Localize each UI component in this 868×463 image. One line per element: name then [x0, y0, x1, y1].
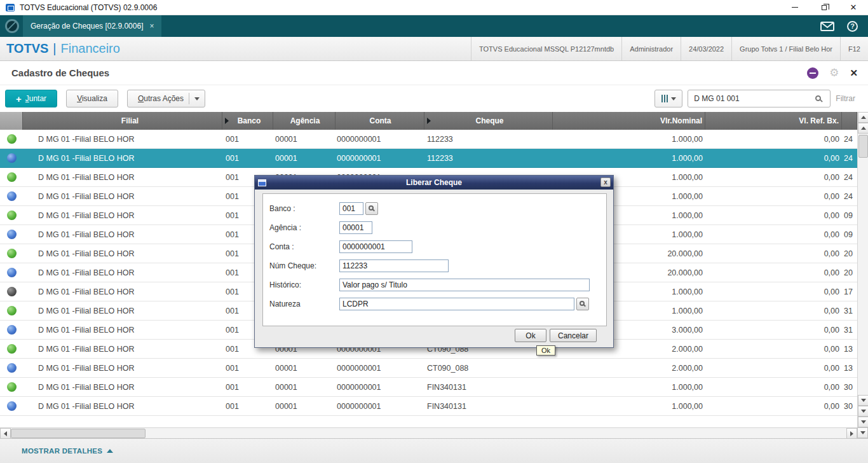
tab-geracao-de-cheques[interactable]: Geração de Cheques [02.9.0006] ×: [23, 15, 161, 37]
cell-banco: 001: [222, 359, 273, 377]
header-conta[interactable]: Conta: [336, 112, 424, 130]
table-row[interactable]: D MG 01 -Filial BELO HOR 001 00001 00000…: [0, 397, 857, 416]
scroll-down-button[interactable]: [858, 395, 868, 406]
horizontal-scrollbar-thumb[interactable]: [11, 429, 146, 438]
sort-indicator-icon: [427, 118, 431, 124]
environment-label: TOTVS Educacional MSSQL P12127mntdb: [471, 37, 621, 60]
dialog-form-panel: Banco : Agência : Conta : Núm Cheque: Hi…: [262, 193, 607, 326]
agencia-field[interactable]: [339, 221, 372, 234]
search-input[interactable]: [688, 90, 830, 107]
scroll-up-page-button[interactable]: [858, 123, 868, 134]
restore-button[interactable]: [810, 0, 839, 15]
natureza-field[interactable]: [339, 298, 574, 310]
outras-acoes-button[interactable]: Outras Ações: [127, 90, 205, 107]
header-vlr-nominal[interactable]: Vlr.Nominal: [553, 112, 705, 130]
arrow-right-icon: [850, 431, 853, 436]
cell-banco: 001: [222, 130, 273, 148]
scroll-bottom-button[interactable]: [858, 417, 868, 427]
horizontal-scrollbar[interactable]: [0, 427, 857, 438]
header-cheque[interactable]: Cheque: [424, 112, 553, 130]
search-icon[interactable]: [815, 95, 821, 101]
header-agencia[interactable]: Agência: [273, 112, 336, 130]
vertical-scrollbar[interactable]: [857, 112, 868, 427]
visualiza-button[interactable]: Visualiza: [66, 90, 118, 107]
cell-banco: 001: [222, 149, 273, 167]
header-vlr-label: Vlr.Nominal: [660, 116, 702, 125]
mail-icon[interactable]: [820, 22, 834, 31]
cell-vl-ref-bx: 0,00: [705, 321, 842, 339]
conta-field[interactable]: [339, 240, 412, 253]
status-circle-icon: [7, 287, 17, 296]
table-row[interactable]: D MG 01 -Filial BELO HOR 001 00001 00000…: [0, 149, 857, 168]
juntar-button[interactable]: + Juntar: [5, 90, 57, 107]
cell-vl-ref-bx: 0,00: [705, 244, 842, 263]
chevron-down-icon: [194, 97, 200, 100]
scrollbar-corner-button[interactable]: [857, 427, 868, 438]
dialog-titlebar[interactable]: Liberar Cheque x: [255, 176, 613, 190]
header-extra[interactable]: [842, 112, 857, 130]
scroll-left-button[interactable]: [0, 428, 11, 439]
cell-extra: 24: [842, 149, 857, 167]
header-vl-ref-bx[interactable]: Vl. Ref. Bx.: [705, 112, 842, 130]
banco-field[interactable]: [339, 202, 363, 215]
collapse-circle-icon[interactable]: [807, 67, 818, 79]
tab-close-icon[interactable]: ×: [149, 22, 154, 31]
field-row-natureza: Natureza: [269, 298, 600, 310]
column-picker-button[interactable]: [654, 90, 682, 107]
filter-label[interactable]: Filtrar: [836, 94, 855, 103]
cell-filial: D MG 01 -Filial BELO HOR: [23, 397, 222, 415]
cell-extra: 24: [842, 130, 857, 148]
smartclient-logo-icon[interactable]: [5, 19, 19, 33]
cell-extra: 13: [842, 340, 857, 358]
header-status[interactable]: [0, 112, 23, 130]
historico-field[interactable]: [339, 279, 590, 291]
chevron-down-icon: [671, 97, 676, 100]
user-label[interactable]: Administrador: [621, 37, 681, 60]
header-cheque-label: Cheque: [475, 116, 503, 125]
cell-cheque: 112233: [424, 130, 553, 148]
scroll-down-page-button[interactable]: [858, 406, 868, 417]
vertical-scrollbar-thumb[interactable]: [858, 135, 868, 158]
vertical-scrollbar-track[interactable]: [858, 158, 868, 395]
cell-extra: 20: [842, 244, 857, 263]
cell-filial: D MG 01 -Filial BELO HOR: [23, 263, 222, 282]
minimize-button[interactable]: [780, 0, 810, 15]
cell-vlr-nominal: 2.000,00: [553, 359, 705, 377]
table-row[interactable]: D MG 01 -Filial BELO HOR 001 00001 00000…: [0, 130, 857, 149]
cell-conta: 0000000001: [336, 397, 424, 415]
mostrar-detalhes-button[interactable]: MOSTRAR DETALHES: [0, 447, 113, 455]
status-circle-icon: [7, 153, 17, 163]
fkey-label[interactable]: F12: [840, 37, 868, 60]
table-row[interactable]: D MG 01 -Filial BELO HOR 001 00001 00000…: [0, 378, 857, 397]
date-label[interactable]: 24/03/2022: [681, 37, 731, 60]
ok-button[interactable]: Ok: [515, 329, 546, 342]
app-header: TOTVS | Financeiro TOTVS Educacional MSS…: [0, 37, 868, 61]
horizontal-scrollbar-track[interactable]: [146, 428, 846, 438]
dialog-close-button[interactable]: x: [600, 177, 611, 187]
banco-lookup-button[interactable]: [365, 202, 378, 215]
dialog-title: Liberar Cheque: [255, 178, 613, 187]
scroll-up-button[interactable]: [858, 112, 868, 123]
brand: TOTVS | Financeiro: [0, 37, 120, 60]
natureza-lookup-button[interactable]: [576, 298, 589, 310]
cell-status: [0, 225, 23, 244]
scroll-right-button[interactable]: [846, 428, 857, 439]
close-page-icon[interactable]: ✕: [850, 68, 858, 78]
cell-conta: 0000000001: [336, 130, 424, 148]
mostrar-detalhes-label: MOSTRAR DETALHES: [22, 447, 102, 455]
header-banco[interactable]: Banco: [222, 112, 273, 130]
cancelar-button[interactable]: Cancelar: [550, 329, 597, 342]
dialog-window-icon: [258, 179, 266, 186]
help-icon[interactable]: ?: [847, 21, 858, 32]
cell-filial: D MG 01 -Filial BELO HOR: [23, 321, 222, 339]
header-filial[interactable]: Filial: [23, 112, 222, 130]
branch-label[interactable]: Grupo Totvs 1 / Filial Belo Hor: [731, 37, 840, 60]
cell-filial: D MG 01 -Filial BELO HOR: [23, 225, 222, 244]
cell-cheque: 112233: [424, 149, 553, 167]
num-cheque-field[interactable]: [339, 259, 449, 272]
settings-gear-icon[interactable]: ⚙: [829, 67, 839, 78]
cell-vl-ref-bx: 0,00: [705, 359, 842, 377]
status-circle-icon: [7, 363, 17, 373]
table-row[interactable]: D MG 01 -Filial BELO HOR 001 00001 00000…: [0, 359, 857, 378]
close-window-button[interactable]: ✕: [839, 0, 868, 15]
